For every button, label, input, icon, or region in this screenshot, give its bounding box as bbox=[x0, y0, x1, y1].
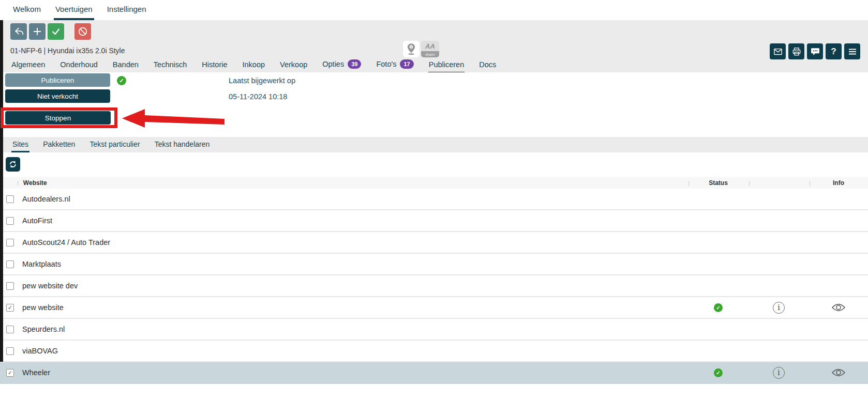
table-row[interactable]: Autodealers.nl bbox=[0, 189, 868, 210]
last-updated-label: Laatst bijgewerkt op bbox=[229, 76, 295, 85]
back-button[interactable] bbox=[10, 23, 27, 40]
website-label: Wheeler bbox=[22, 368, 688, 377]
refresh-button[interactable] bbox=[6, 157, 20, 172]
row-info-cell: i bbox=[749, 302, 809, 314]
column-header-info[interactable]: |Info bbox=[809, 179, 868, 187]
header-band: ? 01-NFP-6 | Hyundai ix35s 2.0i Style AA… bbox=[0, 20, 868, 72]
annotation-highlight-box: Stoppen bbox=[1, 107, 117, 128]
website-label: AutoScout24 / Auto Trader bbox=[22, 238, 688, 246]
tab-label: Onderhoud bbox=[60, 60, 98, 69]
location-pin-tile[interactable] bbox=[403, 41, 420, 57]
tab-docs[interactable]: Docs bbox=[478, 60, 497, 73]
add-button[interactable] bbox=[29, 23, 46, 40]
row-checkbox[interactable] bbox=[6, 282, 14, 290]
row-checkbox[interactable] bbox=[6, 347, 14, 355]
column-header-label: Status bbox=[709, 179, 728, 187]
tab-algemeen[interactable]: Algemeen bbox=[11, 60, 46, 73]
column-divider: | bbox=[749, 180, 750, 186]
tab-fotos[interactable]: Foto's17 bbox=[376, 59, 414, 73]
row-checkbox[interactable]: ✓ bbox=[6, 369, 14, 377]
column-header-label: Info bbox=[833, 179, 844, 187]
mail-button[interactable] bbox=[770, 43, 786, 59]
status-ok-icon: ✓ bbox=[714, 303, 723, 312]
tab-technisch[interactable]: Technisch bbox=[153, 60, 187, 73]
tab-opties[interactable]: Opties39 bbox=[322, 59, 362, 73]
column-header-label: Website bbox=[23, 179, 47, 187]
hamburger-icon bbox=[848, 47, 857, 56]
tab-welkom[interactable]: Welkom bbox=[11, 0, 42, 20]
fotos-count-badge: 17 bbox=[400, 59, 413, 69]
website-label: Speurders.nl bbox=[22, 325, 688, 333]
row-checkbox-cell bbox=[0, 347, 22, 355]
tab-label: Foto's bbox=[376, 60, 396, 68]
table-toolbar bbox=[0, 152, 868, 177]
opties-count-badge: 39 bbox=[348, 59, 361, 69]
tab-publiceren[interactable]: Publiceren bbox=[428, 60, 465, 73]
row-checkbox[interactable] bbox=[6, 195, 14, 203]
window-edge-strip bbox=[0, 20, 3, 362]
app-tab-bar: Welkom Voertuigen Instellingen bbox=[0, 0, 868, 20]
row-checkbox[interactable]: ✓ bbox=[6, 304, 14, 312]
cancel-button[interactable] bbox=[74, 23, 91, 40]
tab-voertuigen[interactable]: Voertuigen bbox=[54, 0, 94, 20]
table-row[interactable]: pew website dev bbox=[0, 275, 868, 297]
subtab-tekst-particulier[interactable]: Tekst particulier bbox=[88, 137, 141, 152]
tab-instellingen[interactable]: Instellingen bbox=[106, 0, 148, 20]
info-icon[interactable]: i bbox=[773, 367, 785, 379]
menu-button[interactable] bbox=[844, 43, 860, 59]
help-button[interactable]: ? bbox=[826, 43, 842, 59]
printer-icon bbox=[791, 47, 802, 57]
tab-label: Opties bbox=[322, 60, 344, 68]
check-icon bbox=[51, 26, 61, 37]
table-row[interactable]: viaBOVAG bbox=[0, 341, 868, 362]
subtab-sites[interactable]: Sites bbox=[11, 137, 29, 152]
tab-historie[interactable]: Historie bbox=[201, 60, 228, 73]
aa-team-logo-top: AA bbox=[421, 41, 439, 51]
info-icon[interactable]: i bbox=[773, 302, 785, 314]
print-button[interactable] bbox=[788, 43, 804, 59]
table-row[interactable]: AutoFirst bbox=[0, 210, 868, 232]
tab-banden[interactable]: Banden bbox=[112, 60, 139, 73]
row-checkbox[interactable] bbox=[6, 326, 14, 333]
aa-team-logo[interactable]: AA team bbox=[421, 41, 439, 57]
publiceren-button[interactable]: Publiceren bbox=[5, 73, 110, 87]
niet-verkocht-button[interactable]: Niet verkocht bbox=[5, 89, 110, 103]
row-checkbox-cell bbox=[0, 260, 22, 268]
table-row[interactable]: ✓ pew website ✓ i bbox=[0, 297, 868, 319]
preview-eye-icon[interactable] bbox=[831, 368, 846, 377]
preview-eye-icon[interactable] bbox=[831, 303, 846, 312]
table-row[interactable]: Marktplaats bbox=[0, 254, 868, 275]
column-header-status[interactable]: |Status bbox=[688, 179, 749, 187]
toolbar bbox=[0, 20, 868, 40]
tab-onderhoud[interactable]: Onderhoud bbox=[59, 60, 98, 73]
confirm-button[interactable] bbox=[48, 23, 64, 40]
subtab-tekst-handelaren[interactable]: Tekst handelaren bbox=[154, 137, 211, 152]
column-divider: | bbox=[688, 180, 690, 186]
stoppen-button[interactable]: Stoppen bbox=[5, 111, 111, 125]
table-row[interactable]: AutoScout24 / Auto Trader bbox=[0, 232, 868, 254]
tab-label: Verkoop bbox=[280, 60, 307, 69]
row-checkbox[interactable] bbox=[6, 260, 14, 268]
website-label: viaBOVAG bbox=[22, 347, 688, 355]
row-checkbox-cell bbox=[0, 326, 22, 333]
header-tools: ? bbox=[770, 43, 860, 59]
website-label: AutoFirst bbox=[22, 217, 688, 225]
tab-label: Algemeen bbox=[11, 60, 45, 69]
column-header-website[interactable]: |Website bbox=[0, 179, 688, 187]
website-label: pew website bbox=[22, 303, 688, 312]
tab-inkoop[interactable]: Inkoop bbox=[242, 60, 266, 73]
chat-button[interactable] bbox=[807, 43, 823, 59]
row-preview-cell bbox=[809, 303, 868, 312]
question-icon: ? bbox=[831, 47, 836, 57]
tab-label: Inkoop bbox=[243, 60, 265, 69]
row-checkbox-cell bbox=[0, 195, 22, 203]
table-row[interactable]: ✓ Wheeler ✓ i bbox=[0, 362, 868, 384]
row-checkbox[interactable] bbox=[6, 239, 14, 246]
subtab-pakketten[interactable]: Pakketten bbox=[42, 137, 76, 152]
tab-label: Technisch bbox=[154, 60, 187, 69]
row-checkbox[interactable] bbox=[6, 217, 14, 225]
refresh-icon bbox=[8, 160, 18, 169]
column-divider: | bbox=[809, 180, 811, 186]
tab-verkoop[interactable]: Verkoop bbox=[279, 60, 308, 73]
table-row[interactable]: Speurders.nl bbox=[0, 319, 868, 341]
